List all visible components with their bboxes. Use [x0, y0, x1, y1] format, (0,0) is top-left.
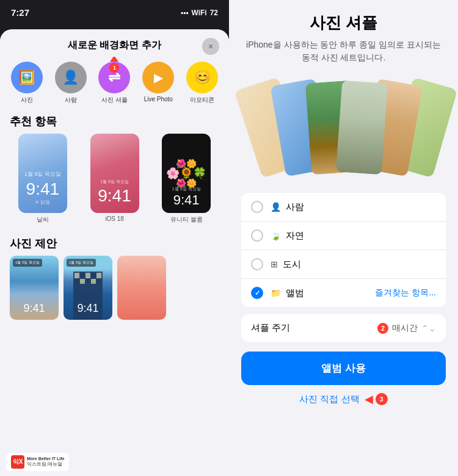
option-city[interactable]: ⊞ 도시: [241, 250, 446, 279]
weather-date: 1월 9일 목요일: [24, 170, 61, 178]
album-link[interactable]: 즐겨찾는 항목...: [375, 287, 436, 298]
weather-condition: ☀ 맑음: [35, 199, 50, 206]
photo-thumb-pink[interactable]: [117, 256, 166, 320]
shuffle-chevron-icon: ⌃⌄: [421, 323, 436, 333]
option-city-label: 도시: [283, 259, 436, 270]
icon-item-livephoto[interactable]: ▶ Live Photo: [137, 62, 179, 104]
rec-item-unity[interactable]: 🌺🌼 🌸🌻🍀 🌺🌼 1월 9일 목요일 9:41 유니티 블룸: [153, 134, 219, 224]
battery-display: 72: [210, 9, 218, 17]
pink-bg: [117, 256, 166, 320]
album-option-icon: 📁: [271, 288, 281, 298]
radio-person[interactable]: [251, 201, 263, 213]
emoji-icon-circle: 😊: [186, 62, 218, 93]
album-use-button[interactable]: 앨범 사용: [241, 352, 446, 385]
options-list: 👤 사람 🍃 자연 ⊞ 도시 📁 앨범 즐겨찾는 항목...: [241, 193, 446, 307]
city-option-icon: ⊞: [271, 259, 278, 269]
rec-item-ios18[interactable]: 1월 9일 목요일 9:41 iOS 18: [82, 134, 148, 224]
up-arrow: [110, 57, 118, 62]
sea-date-badge: 1월 5일 목요일: [13, 259, 42, 267]
icon-item-shuffle[interactable]: ⇌ 1 사진 셔플: [94, 62, 136, 104]
sheet-header: 새로운 배경화면 추가 ×: [0, 29, 229, 57]
page-title: 사진 셔플: [241, 12, 446, 34]
livephoto-icon-circle: ▶: [142, 62, 174, 93]
watermark-tagline: More Better IT Life: [27, 456, 64, 461]
status-bar: 7:27 ▪▪▪ WiFi 72: [0, 0, 229, 20]
arrow-badge-3: ◀ 3: [365, 392, 388, 406]
icon-item-person[interactable]: 👤 사람: [50, 62, 92, 104]
bottom-sheet: 새로운 배경화면 추가 × 🖼️ 사진 👤 사람 ⇌ 1 사진 셔플: [0, 29, 229, 476]
page-subtitle: iPhone을 사용하는 동안 하루 종일 임의로 표시되는동적 사진 세트입니…: [241, 38, 446, 64]
building-time: 9:41: [64, 302, 112, 315]
time-display: 7:27: [11, 7, 29, 18]
signal-icon: ▪▪▪: [181, 9, 189, 17]
watermark-brand: 익스트림.매뉴얼: [27, 461, 64, 467]
rec-label-ios18: iOS 18: [105, 215, 124, 222]
sea-time: 9:41: [10, 302, 59, 315]
recommended-row: 1월 9일 목요일 9:41 ☀ 맑음 날씨 1월 9일 목요일 9:41 iO…: [0, 134, 229, 229]
photo-thumb-building[interactable]: 1월 9일 목요일 9:41: [64, 256, 112, 320]
badge-2: 2: [377, 323, 388, 334]
unity-time-area: 1월 9일 목요일 9:41: [162, 186, 211, 208]
option-album[interactable]: 📁 앨범 즐겨찾는 항목...: [241, 279, 446, 307]
watermark-text: More Better IT Life 익스트림.매뉴얼: [27, 456, 64, 467]
wifi-icon: WiFi: [191, 9, 206, 17]
ios18-time: 9:41: [98, 186, 131, 206]
cc4-inner: [336, 80, 388, 175]
photo-suggestions-row: 1월 5일 목요일 9:41: [0, 256, 229, 325]
icon-item-emoji[interactable]: 😊 이모티콘: [181, 62, 223, 104]
photo-carousel: [241, 74, 446, 181]
radio-city[interactable]: [251, 258, 263, 270]
secondary-link-row: 사진 직접 선택 ◀ 3: [241, 392, 446, 406]
radio-album[interactable]: [251, 287, 263, 299]
left-panel: 7:27 ▪▪▪ WiFi 72 새로운 배경화면 추가 × 🖼️ 사진 👤 사…: [0, 0, 229, 476]
arrow-left-icon: ◀: [365, 392, 373, 406]
arrow-indicator: 1: [109, 57, 119, 73]
rec-label-unity: 유니티 블룸: [170, 215, 203, 224]
direct-select-button[interactable]: 사진 직접 선택: [299, 394, 359, 405]
badge-3: 3: [376, 393, 388, 405]
sheet-title: 새로운 배경화면 추가: [68, 39, 161, 52]
ios18-bg: 1월 9일 목요일 9:41: [90, 134, 139, 213]
radio-nature[interactable]: [251, 229, 263, 242]
photo-thumb-sea[interactable]: 1월 5일 목요일 9:41: [10, 256, 59, 320]
option-nature-label: 자연: [286, 230, 436, 242]
rec-item-weather[interactable]: 1월 9일 목요일 9:41 ☀ 맑음 날씨: [10, 134, 76, 224]
person-label: 사람: [65, 96, 77, 104]
nature-option-icon: 🍃: [271, 231, 281, 240]
status-icons: ▪▪▪ WiFi 72: [181, 9, 218, 17]
rec-label-weather: 날씨: [37, 215, 49, 224]
close-button[interactable]: ×: [202, 38, 219, 55]
rec-phone-weather: 1월 9일 목요일 9:41 ☀ 맑음: [18, 134, 67, 213]
unity-time: 9:41: [162, 192, 211, 208]
shuffle-label: 사진 셔플: [101, 96, 128, 104]
rec-phone-unity: 🌺🌼 🌸🌻🍀 🌺🌼 1월 9일 목요일 9:41: [162, 134, 211, 213]
right-panel: 사진 셔플 iPhone을 사용하는 동안 하루 종일 임의로 표시되는동적 사…: [229, 0, 458, 476]
livephoto-label: Live Photo: [144, 96, 173, 103]
shuffle-period-label: 셔플 주기: [251, 322, 377, 334]
flower-display: 🌺🌼 🌸🌻🍀 🌺🌼: [166, 159, 206, 187]
photo-label: 사진: [21, 96, 33, 104]
photo-suggestion-title: 사진 제안: [0, 229, 229, 256]
unity-date: 1월 9일 목요일: [162, 186, 211, 192]
shuffle-period-value[interactable]: 2 매시간 ⌃⌄: [377, 323, 436, 334]
ios18-date: 1월 9일 목요일: [100, 179, 129, 185]
recommended-title: 추천 항목: [0, 107, 229, 134]
right-content: 사진 셔플 iPhone을 사용하는 동안 하루 종일 임의로 표시되는동적 사…: [229, 0, 458, 476]
icon-row: 🖼️ 사진 👤 사람 ⇌ 1 사진 셔플 ▶ Live Photo: [0, 57, 229, 107]
option-person-label: 사람: [286, 201, 436, 213]
option-nature[interactable]: 🍃 자연: [241, 222, 446, 250]
rec-phone-ios18: 1월 9일 목요일 9:41: [90, 134, 139, 213]
photo-icon-circle: 🖼️: [11, 62, 43, 93]
option-album-label: 앨범: [286, 287, 375, 299]
shuffle-period-text: 매시간: [392, 323, 418, 334]
weather-bg: 1월 9일 목요일 9:41 ☀ 맑음: [18, 134, 67, 213]
badge-1: 1: [109, 63, 119, 73]
carousel-card-4: [336, 80, 388, 175]
watermark: 익X More Better IT Life 익스트림.매뉴얼: [6, 453, 69, 471]
building-date-badge: 1월 9일 목요일: [67, 259, 96, 267]
option-person[interactable]: 👤 사람: [241, 193, 446, 222]
person-icon-circle: 👤: [55, 62, 87, 93]
weather-time: 9:41: [26, 179, 60, 199]
shuffle-period-row: 셔플 주기 2 매시간 ⌃⌄: [241, 314, 446, 342]
icon-item-photo[interactable]: 🖼️ 사진: [6, 62, 48, 104]
